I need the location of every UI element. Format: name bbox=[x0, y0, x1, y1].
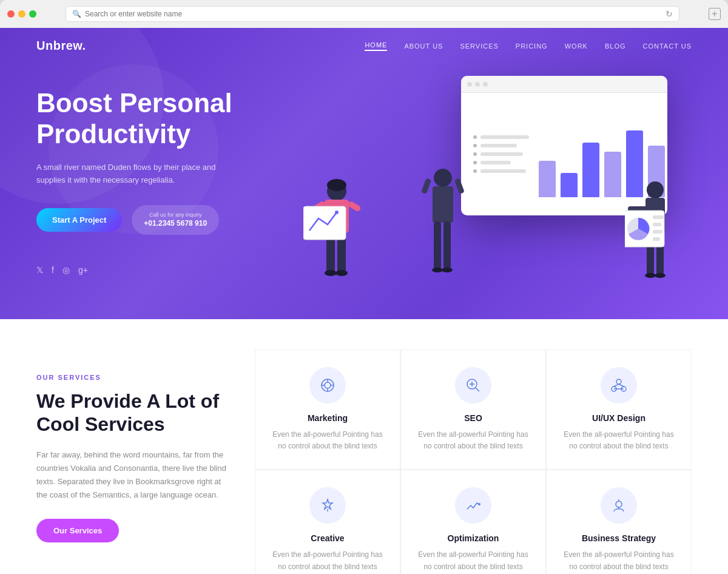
services-title: We Provide A Lot of Cool Services bbox=[36, 390, 231, 436]
service-card-creative: Creative Even the all-powerful Pointing … bbox=[255, 470, 400, 574]
optimization-icon-wrap bbox=[455, 487, 491, 524]
minimize-button[interactable] bbox=[18, 10, 25, 18]
marketing-name: Marketing bbox=[308, 413, 348, 423]
nav-services[interactable]: SERVICES bbox=[460, 42, 498, 50]
svg-rect-12 bbox=[433, 186, 453, 223]
reload-button[interactable]: ↻ bbox=[666, 9, 673, 19]
website-content: Unbrew. HOME ABOUT US SERVICES PRICING W… bbox=[0, 28, 728, 574]
svg-rect-31 bbox=[653, 237, 660, 241]
service-card-marketing: Marketing Even the all-powerful Pointing… bbox=[255, 349, 400, 470]
hero-title: Boost Personal Productivity bbox=[36, 88, 291, 149]
address-bar[interactable]: 🔍 ↻ bbox=[66, 6, 679, 22]
traffic-lights bbox=[7, 10, 36, 18]
fullscreen-button[interactable] bbox=[29, 10, 36, 18]
call-button[interactable]: Call us for any inquiry +01.2345 5678 91… bbox=[132, 205, 219, 235]
section-label: OUR SERVICES bbox=[36, 374, 231, 381]
seo-desc: Even the all-powerful Pointing has no co… bbox=[416, 429, 531, 452]
services-grid: Marketing Even the all-powerful Pointing… bbox=[255, 349, 692, 574]
browser-titlebar: 🔍 ↻ + bbox=[0, 6, 728, 28]
optimization-icon bbox=[465, 497, 482, 514]
mockup-titlebar bbox=[461, 76, 667, 93]
marketing-desc: Even the all-powerful Pointing has no co… bbox=[270, 429, 385, 452]
service-card-uiux: UI/UX Design Even the all-powerful Point… bbox=[546, 349, 692, 470]
new-tab-button[interactable]: + bbox=[709, 8, 721, 20]
nav-contact[interactable]: CONTACT US bbox=[643, 42, 692, 50]
figure-woman bbox=[303, 173, 370, 300]
creative-icon bbox=[319, 497, 336, 514]
svg-point-6 bbox=[335, 270, 348, 276]
call-number: +01.2345 5678 910 bbox=[144, 219, 207, 228]
our-services-button[interactable]: Our Services bbox=[36, 519, 119, 542]
hero-illustration bbox=[303, 76, 692, 306]
twitter-icon[interactable]: 𝕏 bbox=[36, 265, 43, 275]
creative-desc: Even the all-powerful Pointing has no co… bbox=[270, 549, 385, 572]
svg-point-1 bbox=[327, 179, 346, 191]
facebook-icon[interactable]: f bbox=[52, 265, 54, 275]
hero-left: Boost Personal Productivity A small rive… bbox=[36, 76, 291, 275]
logo[interactable]: Unbrew. bbox=[36, 39, 86, 53]
mockup-lines bbox=[473, 105, 529, 203]
services-description: Far far away, behind the word mountains,… bbox=[36, 448, 231, 502]
hero-content: Boost Personal Productivity A small rive… bbox=[0, 64, 728, 306]
svg-point-16 bbox=[442, 268, 453, 272]
hero-section: Unbrew. HOME ABOUT US SERVICES PRICING W… bbox=[0, 28, 728, 319]
navigation: Unbrew. HOME ABOUT US SERVICES PRICING W… bbox=[0, 28, 728, 64]
close-button[interactable] bbox=[7, 10, 15, 18]
uiux-icon bbox=[610, 377, 627, 394]
strategy-icon bbox=[610, 497, 627, 514]
seo-icon bbox=[465, 377, 482, 394]
svg-point-23 bbox=[645, 273, 656, 278]
nav-home[interactable]: HOME bbox=[365, 41, 387, 51]
service-card-seo: SEO Even the all-powerful Pointing has n… bbox=[400, 349, 546, 470]
instagram-icon[interactable]: ◎ bbox=[62, 265, 70, 275]
svg-rect-17 bbox=[421, 178, 431, 194]
search-icon: 🔍 bbox=[72, 10, 81, 18]
svg-rect-14 bbox=[443, 221, 451, 270]
svg-point-49 bbox=[478, 503, 480, 505]
svg-line-39 bbox=[476, 388, 479, 391]
creative-name: Creative bbox=[311, 533, 344, 543]
google-plus-icon[interactable]: g+ bbox=[78, 265, 88, 275]
start-project-button[interactable]: Start A Project bbox=[36, 208, 122, 232]
svg-rect-30 bbox=[653, 230, 662, 234]
svg-rect-18 bbox=[454, 178, 465, 194]
nav-pricing[interactable]: PRICING bbox=[516, 42, 548, 50]
address-input[interactable] bbox=[85, 10, 662, 18]
uiux-icon-wrap bbox=[601, 367, 637, 403]
creative-icon-wrap bbox=[309, 487, 346, 524]
call-label: Call us for any inquiry bbox=[144, 211, 207, 219]
nav-links: HOME ABOUT US SERVICES PRICING WORK BLOG… bbox=[365, 41, 692, 51]
figure-man-center bbox=[416, 161, 470, 300]
svg-line-45 bbox=[614, 384, 619, 387]
service-card-strategy: Business Strategy Even the all-powerful … bbox=[546, 470, 692, 574]
chart-bar-2 bbox=[561, 173, 578, 197]
uiux-desc: Even the all-powerful Pointing has no co… bbox=[561, 429, 676, 452]
strategy-desc: Even the all-powerful Pointing has no co… bbox=[561, 549, 676, 572]
svg-rect-8 bbox=[347, 200, 362, 212]
nav-blog[interactable]: BLOG bbox=[605, 42, 626, 50]
marketing-icon-wrap bbox=[309, 367, 346, 403]
service-card-optimization: Optimization Even the all-powerful Point… bbox=[400, 470, 546, 574]
svg-point-24 bbox=[655, 273, 666, 278]
chart-bar-4 bbox=[604, 152, 621, 197]
hero-buttons: Start A Project Call us for any inquiry … bbox=[36, 205, 291, 235]
nav-work[interactable]: WORK bbox=[565, 42, 588, 50]
nav-about[interactable]: ABOUT US bbox=[404, 42, 443, 50]
svg-point-42 bbox=[616, 379, 621, 384]
strategy-name: Business Strategy bbox=[582, 533, 656, 543]
chart-bar-3 bbox=[582, 143, 599, 197]
uiux-name: UI/UX Design bbox=[592, 413, 645, 423]
svg-point-5 bbox=[325, 270, 337, 276]
svg-point-10 bbox=[335, 211, 339, 214]
hero-description: A small river named Duden flows by their… bbox=[36, 161, 218, 187]
svg-line-46 bbox=[619, 384, 624, 387]
figure-man-right bbox=[625, 173, 686, 300]
svg-point-50 bbox=[616, 501, 622, 507]
svg-rect-29 bbox=[653, 223, 661, 226]
social-icons: 𝕏 f ◎ g+ bbox=[36, 265, 291, 275]
optimization-desc: Even the all-powerful Pointing has no co… bbox=[416, 549, 531, 572]
marketing-icon bbox=[319, 377, 336, 394]
optimization-name: Optimization bbox=[448, 533, 499, 543]
svg-point-15 bbox=[432, 268, 443, 272]
svg-rect-13 bbox=[434, 221, 441, 270]
